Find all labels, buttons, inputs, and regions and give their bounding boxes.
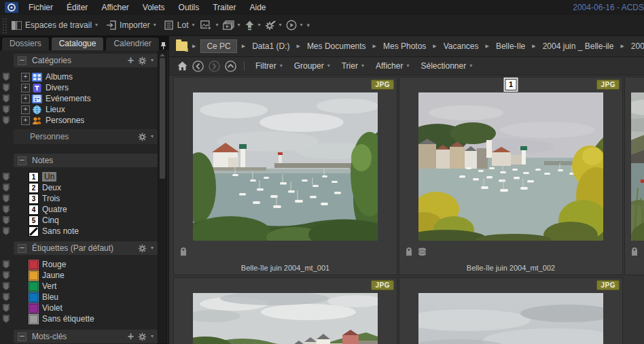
add-keyword-icon[interactable]: + xyxy=(128,332,134,341)
category-row-albums[interactable]: + Albums xyxy=(0,71,158,82)
menu-outils[interactable]: Outils xyxy=(172,1,207,14)
easy-select-icon[interactable] xyxy=(3,73,10,81)
label-row-sans-etiquette[interactable]: Sans étiquette xyxy=(0,313,158,324)
thumbnail-cell-1[interactable]: JPG xyxy=(173,77,397,275)
menu-afficher[interactable]: Afficher xyxy=(94,1,135,14)
toolbar-overflow-button[interactable]: ▾ xyxy=(305,22,312,29)
image-add-button[interactable]: ▾ xyxy=(198,20,220,31)
note-row-cinq[interactable]: 5 Cinq xyxy=(0,215,158,226)
menu-fichier[interactable]: Fichier xyxy=(22,1,60,14)
import-caret-icon[interactable]: ▾ xyxy=(154,22,156,28)
collapse-icon[interactable] xyxy=(18,56,26,65)
view-menu[interactable]: Afficher▾ xyxy=(372,61,412,71)
app-logo-icon[interactable] xyxy=(5,2,18,13)
breadcrumb-belle-ile[interactable]: Belle-Ile xyxy=(494,40,527,52)
easy-select-icon[interactable] xyxy=(3,173,10,181)
pin-icon[interactable] xyxy=(160,41,167,50)
menu-traiter[interactable]: Traiter xyxy=(206,1,243,14)
group-menu[interactable]: Grouper▾ xyxy=(291,61,334,71)
play-button[interactable]: ▾ xyxy=(284,20,305,31)
add-category-icon[interactable]: + xyxy=(128,56,134,65)
image-add-caret-icon[interactable]: ▾ xyxy=(215,22,218,28)
import-button[interactable]: Importer ▾ xyxy=(102,20,160,30)
easy-select-icon[interactable] xyxy=(3,260,10,269)
easy-select-icon[interactable] xyxy=(3,84,10,92)
breadcrumb-mes-documents[interactable]: Mes Documents xyxy=(305,40,368,52)
play-caret-icon[interactable]: ▾ xyxy=(300,22,303,28)
easy-select-icon[interactable] xyxy=(3,105,10,114)
personnes-gear-icon[interactable] xyxy=(138,133,147,141)
easy-select-icon[interactable] xyxy=(3,216,10,224)
collapse-icon[interactable] xyxy=(18,244,26,253)
label-row-rouge[interactable]: Rouge xyxy=(0,259,158,270)
auto-actions-caret-icon[interactable]: ▾ xyxy=(279,22,282,28)
toolbar-grip-handle[interactable] xyxy=(1,17,7,33)
breadcrumb-vacances[interactable]: Vacances xyxy=(442,40,481,52)
photo-cloudy-sky[interactable] xyxy=(418,293,603,344)
etiquettes-gear-icon[interactable] xyxy=(138,244,147,253)
breadcrumb-mes-photos[interactable]: Mes Photos xyxy=(381,40,428,52)
thumbnail-cell-5-partial[interactable]: JPG xyxy=(399,277,623,344)
collapse-icon[interactable] xyxy=(18,332,26,341)
filter-menu[interactable]: Filtrer▾ xyxy=(252,61,286,71)
home-icon[interactable] xyxy=(177,61,187,71)
category-row-personnes[interactable]: + Personnes xyxy=(0,115,158,126)
section-mots-cles[interactable]: Mots-clés + ▾ xyxy=(14,330,158,343)
section-notes[interactable]: Notes xyxy=(14,154,158,167)
section-etiquettes[interactable]: Étiquettes (Par défaut) ▾ xyxy=(14,241,158,255)
easy-select-icon[interactable] xyxy=(3,116,10,124)
label-row-violet[interactable]: Violet xyxy=(0,303,158,313)
easy-select-icon[interactable] xyxy=(3,282,10,290)
easy-select-icon[interactable] xyxy=(3,94,10,103)
tab-dossiers[interactable]: Dossiers xyxy=(1,37,50,50)
easy-select-icon[interactable] xyxy=(3,271,10,279)
note-row-sans-note[interactable]: Sans note xyxy=(0,226,158,237)
select-menu[interactable]: Sélectionner▾ xyxy=(417,61,476,71)
section-personnes[interactable]: Personnes ▾ xyxy=(14,129,158,144)
upload-caret-icon[interactable]: ▾ xyxy=(258,22,261,28)
easy-select-icon[interactable] xyxy=(3,304,10,312)
thumbnail-cell-2[interactable]: 1 JPG xyxy=(399,77,623,275)
easy-select-icon[interactable] xyxy=(3,293,10,301)
expand-icon[interactable]: + xyxy=(21,84,30,92)
back-icon[interactable] xyxy=(192,61,204,72)
expand-icon[interactable]: + xyxy=(21,94,30,103)
breadcrumb-data1[interactable]: Data1 (D:) xyxy=(250,40,291,52)
thumbnail-cell-3-partial[interactable] xyxy=(624,77,644,275)
sort-menu[interactable]: Trier▾ xyxy=(338,61,368,71)
batch-button[interactable]: Lot ▾ xyxy=(160,20,199,30)
category-row-lieux[interactable]: + Lieux xyxy=(0,104,158,115)
easy-select-icon[interactable] xyxy=(3,184,10,192)
section-categories[interactable]: Catégories + ▾ xyxy=(14,54,158,67)
label-row-jaune[interactable]: Jaune xyxy=(0,270,158,281)
personnes-gear-caret-icon[interactable]: ▾ xyxy=(151,134,154,139)
menu-editer[interactable]: Éditer xyxy=(60,1,94,14)
easy-select-icon[interactable] xyxy=(3,227,10,235)
mots-cles-gear-caret-icon[interactable]: ▾ xyxy=(151,334,154,339)
auto-actions-button[interactable]: ▾ xyxy=(263,20,284,31)
tab-calendrier[interactable]: Calendrier xyxy=(105,37,159,50)
easy-select-icon[interactable] xyxy=(3,315,10,323)
photo-harbor-village[interactable] xyxy=(193,293,378,344)
folder-icon[interactable] xyxy=(176,41,187,51)
categories-gear-caret-icon[interactable]: ▾ xyxy=(151,58,154,63)
batch-caret-icon[interactable]: ▾ xyxy=(192,22,194,28)
scroll-up-icon[interactable] xyxy=(160,54,165,56)
note-row-trois[interactable]: 3 Trois xyxy=(0,193,158,204)
breadcrumb-2004-juin[interactable]: 2004 juin _ Belle-ile xyxy=(541,40,616,52)
category-row-divers[interactable]: + Divers xyxy=(0,82,158,93)
panel-scrollbar[interactable] xyxy=(158,51,167,344)
label-row-bleu[interactable]: Bleu xyxy=(0,292,158,303)
expand-icon[interactable]: + xyxy=(21,73,30,82)
photo-sauzon-harbor-2[interactable] xyxy=(418,92,603,241)
note-row-un[interactable]: 1 Un xyxy=(0,171,158,182)
menu-aide[interactable]: Aide xyxy=(243,1,272,14)
mots-cles-gear-icon[interactable] xyxy=(138,332,147,341)
up-icon[interactable] xyxy=(225,61,236,72)
slideshow-button[interactable]: ▾ xyxy=(221,20,243,30)
collapse-icon[interactable] xyxy=(18,156,26,165)
thumbnail-cell-4-partial[interactable]: JPG xyxy=(173,277,397,344)
breadcrumb-ce-pc[interactable]: Ce PC xyxy=(200,39,236,53)
expand-icon[interactable]: + xyxy=(21,116,30,125)
workspaces-caret-icon[interactable]: ▾ xyxy=(95,22,98,28)
